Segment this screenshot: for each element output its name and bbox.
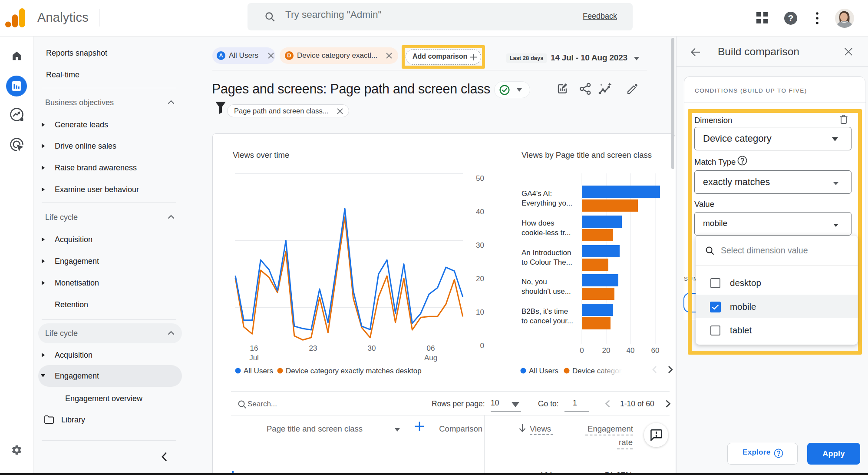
svg-text:40: 40 [627,346,635,355]
svg-text:0: 0 [480,342,484,350]
svg-text:20: 20 [602,346,611,355]
svg-text:B2Bs, it's time: B2Bs, it's time [521,307,568,316]
svg-text:to Colour The...: to Colour The... [521,258,572,266]
svg-text:Aug: Aug [424,354,437,362]
svg-text:20: 20 [476,275,484,283]
svg-text:23: 23 [309,344,317,352]
svg-text:16: 16 [250,344,258,352]
svg-text:GA4's AI:: GA4's AI: [521,189,552,198]
svg-text:to cancel your...: to cancel your... [521,317,573,325]
svg-text:All Users: All Users [244,367,273,375]
svg-text:All Users: All Users [529,367,558,375]
svg-text:Everything yo...: Everything yo... [521,199,572,207]
svg-text:60: 60 [651,346,660,355]
svg-text:shouldn't use...: shouldn't use... [521,287,571,296]
svg-text:10: 10 [476,308,484,316]
svg-text:30: 30 [368,344,376,352]
svg-text:0: 0 [580,346,584,355]
svg-text:40: 40 [476,208,484,216]
svg-text:50: 50 [476,174,484,183]
svg-text:cookie-less tr...: cookie-less tr... [521,229,571,237]
svg-text:An Introduction: An Introduction [521,249,571,257]
svg-text:Jul: Jul [249,354,259,362]
svg-text:06: 06 [427,344,435,352]
svg-text:No, you: No, you [521,278,547,286]
svg-text:Device category exactly matche: Device category exactly matches desktop [286,367,422,375]
svg-text:How does: How does [521,219,554,227]
svg-text:30: 30 [476,241,484,249]
